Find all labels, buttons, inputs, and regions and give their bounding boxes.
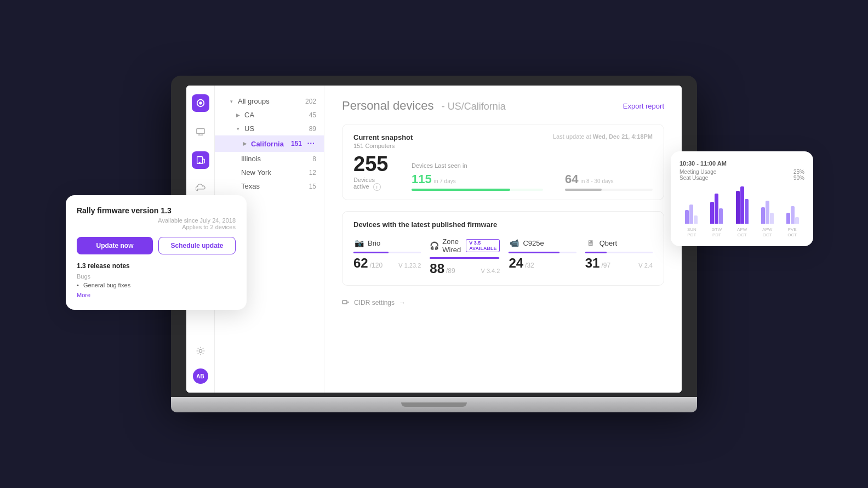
chevron-down-icon: ▾ — [228, 98, 235, 105]
export-report-button[interactable]: Export report — [623, 102, 664, 110]
nav-count-illinois: 8 — [312, 155, 316, 163]
chart-date-2: GTW PDT — [712, 227, 722, 237]
svg-rect-11 — [342, 300, 347, 304]
firmware-item-header-c925e: 📹 C925e — [509, 237, 576, 248]
chart-overlay: 10:30 - 11:00 AM Meeting Usage 25% Seat … — [671, 151, 813, 246]
page-title: Personal devices - US/California — [342, 99, 506, 113]
stat-30days: 64 in 8 - 30 days — [565, 172, 653, 191]
firmware-count-brio: 62 /120 V 1.23.2 — [353, 256, 421, 271]
chevron-right-icon-ca: ▶ — [241, 140, 248, 147]
bar-1c — [694, 215, 698, 224]
chart-date-5: PVE OCT — [787, 227, 797, 237]
bar-inner-2 — [710, 194, 723, 224]
update-now-button[interactable]: Update now — [77, 237, 153, 254]
headphones-icon: 🎧 — [430, 240, 439, 251]
label-7days: in 7 days — [434, 178, 456, 184]
schedule-update-button[interactable]: Schedule update — [158, 237, 236, 254]
nav-item-illinois[interactable]: Illinois 8 — [215, 152, 324, 166]
firmware-item-c925e: 📹 C925e 24 /32 — [509, 237, 576, 276]
page-header: Personal devices - US/California Export … — [342, 99, 664, 113]
firmware-progress-c925e — [509, 252, 576, 253]
nav-count-ca: 45 — [309, 111, 316, 119]
firmware-update-overlay: Rally firmware version 1.3 Available sin… — [66, 195, 247, 310]
firmware-item-header-qbert: 🖥 Qbert — [585, 237, 653, 248]
count-7days: 115 — [412, 172, 432, 186]
firmware-count-qbert: 31 /97 V 2.4 — [585, 256, 653, 271]
chart-legend-meeting: Meeting Usage 25% — [679, 169, 804, 175]
bar-5a — [786, 213, 790, 224]
bar-inner-3 — [736, 186, 749, 224]
firmware-badge-zone-wired: V 3.5 AVAILABLE — [466, 239, 500, 252]
laptop-notch — [401, 402, 467, 407]
overlay-firmware-meta: Available since July 24, 2018 Applies to… — [77, 217, 236, 230]
bar-1a — [685, 210, 689, 224]
sidebar-personal-devices-icon[interactable] — [192, 151, 209, 169]
nav-count-us: 89 — [309, 125, 316, 133]
nav-item-ca[interactable]: ▶ CA 45 — [215, 108, 324, 122]
svg-rect-7 — [202, 159, 204, 163]
bar-1b — [689, 205, 693, 224]
bar-2a — [710, 202, 714, 224]
chart-dates: SUN PDT GTW PDT APW OCT APW OCT — [679, 227, 804, 237]
more-options-button[interactable]: ⋯ — [305, 138, 316, 149]
nav-item-all-groups[interactable]: ▾ All groups 202 — [215, 94, 324, 108]
svg-point-10 — [199, 349, 202, 352]
nav-label-new-york: New York — [241, 168, 271, 177]
sidebar-devices-icon[interactable] — [192, 123, 209, 140]
firmware-item-qbert: 🖥 Qbert 31 /97 V 2.4 — [585, 237, 653, 276]
nav-item-new-york[interactable]: New York 12 — [215, 166, 324, 179]
main-footer[interactable]: CIDR settings → — [342, 299, 664, 307]
bar-4a — [761, 207, 765, 224]
firmware-item-brio: 📷 Brio 62 /120 V 1.23.2 — [353, 237, 421, 276]
devices-seen-row: 115 in 7 days — [412, 172, 653, 191]
chevron-right-icon: ▶ — [235, 112, 241, 118]
nav-label-california: California — [251, 140, 284, 148]
firmware-progress-qbert — [585, 252, 653, 253]
bar-inner-4 — [761, 201, 774, 224]
bar-inner-5 — [786, 206, 799, 224]
firmware-item-header-brio: 📷 Brio — [353, 237, 421, 248]
overlay-btn-row: Update now Schedule update — [77, 237, 236, 254]
firmware-item-zone-wired: 🎧 Zone Wired V 3.5 AVAILABLE 88 /89 — [430, 237, 500, 276]
bar-group-3 — [730, 186, 753, 224]
chart-tooltip-time: 10:30 - 11:00 AM — [679, 160, 804, 167]
count-30days: 64 — [565, 172, 578, 186]
nav-item-california[interactable]: ▶ California 151 ⋯ — [215, 135, 324, 152]
overlay-more-link[interactable]: More — [77, 292, 90, 298]
main-content: Personal devices - US/California Export … — [324, 86, 682, 393]
nav-count-california: 151 — [291, 140, 302, 147]
nav-count-new-york: 12 — [309, 169, 316, 177]
svg-rect-2 — [196, 129, 204, 134]
nav-item-us[interactable]: ▾ US 89 — [215, 122, 324, 135]
bar-5b — [791, 206, 795, 224]
device-icon-qbert: 🖥 — [585, 237, 596, 248]
nav-label-us: US — [244, 124, 254, 133]
snapshot-last-update: Last update at Wed, Dec 21, 4:18PM — [553, 133, 653, 140]
user-avatar[interactable]: AB — [193, 368, 208, 384]
devices-active-label: Devices active i — [353, 177, 390, 191]
firmware-item-header-zone-wired: 🎧 Zone Wired V 3.5 AVAILABLE — [430, 237, 500, 254]
overlay-bugs-label: Bugs — [77, 273, 236, 280]
sidebar-settings-icon[interactable] — [192, 342, 209, 360]
sidebar-logo-icon[interactable] — [192, 94, 209, 112]
svg-point-8 — [199, 162, 200, 163]
bar-group-4 — [756, 201, 779, 224]
snapshot-stats: 255 Devices active i Devices Last seen i… — [353, 154, 653, 191]
bar-2c — [719, 208, 723, 224]
chart-date-4: APW OCT — [762, 227, 772, 237]
overlay-firmware-title: Rally firmware version 1.3 — [77, 206, 236, 215]
nav-label-texas: Texas — [241, 182, 260, 190]
devices-seen-section: Devices Last seen in 115 in 7 days — [412, 162, 653, 191]
firmware-section: Devices with the latest published firmwa… — [342, 211, 664, 286]
arrow-right-icon: → — [399, 299, 406, 307]
info-icon[interactable]: i — [373, 183, 381, 191]
bar-3b — [740, 186, 744, 224]
snapshot-subtitle: 151 Computers — [353, 143, 413, 149]
chart-date-1: SUN PDT — [687, 227, 696, 237]
snapshot-title: Current snapshot — [353, 133, 413, 141]
chart-bars — [679, 185, 804, 224]
device-name-c925e: C925e — [523, 239, 544, 247]
webcam-icon: 📹 — [509, 237, 519, 248]
nav-item-texas[interactable]: Texas 15 — [215, 179, 324, 193]
bar-3a — [736, 191, 740, 224]
